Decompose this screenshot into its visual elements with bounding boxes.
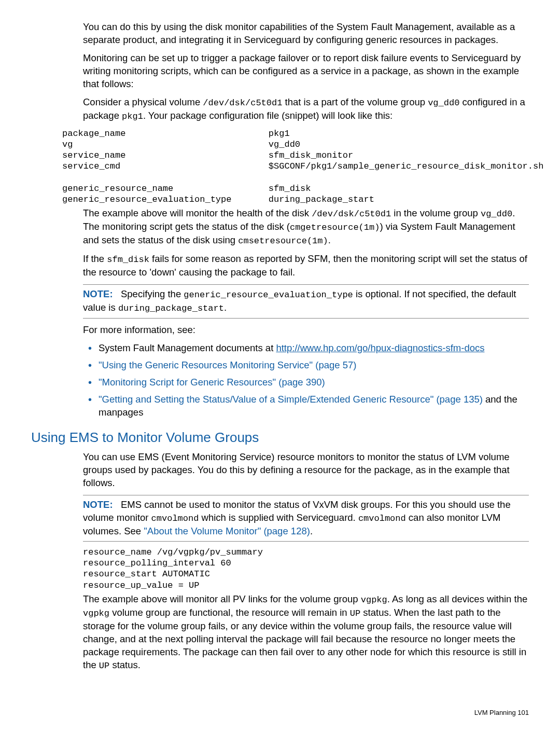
code-inline: vg_dd0 (481, 209, 512, 219)
paragraph: You can use EMS (Event Monitoring Servic… (83, 451, 529, 490)
code-inline: cmvolmond (358, 514, 406, 523)
bullet-list: System Fault Management documents at htt… (83, 342, 529, 419)
code-inline: sfm_disk (107, 255, 149, 265)
code-inline: /dev/dsk/c5t0d1 (312, 209, 391, 219)
list-item: "Using the Generic Resources Monitoring … (83, 359, 529, 372)
page-footer: LVM Planning 101 (31, 708, 529, 717)
text: The example above will monitor the healt… (83, 208, 312, 218)
text: in the volume group (391, 208, 481, 218)
text: . (310, 526, 313, 536)
text: which is supplied with Serviceguard. (199, 512, 358, 523)
xref-link[interactable]: "Monitoring Script for Generic Resources… (99, 377, 325, 388)
xref-link[interactable]: "About the Volume Monitor" (page 128) (144, 526, 310, 536)
paragraph: You can do this by using the disk monito… (83, 21, 529, 47)
text: . Your package configuration file (snipp… (143, 110, 393, 121)
code-block: resource_name /vg/vgpkg/pv_summary resou… (83, 547, 529, 591)
code-inline: vgpkg (361, 595, 387, 605)
text: . As long as all devices within the (387, 593, 527, 604)
code-inline: during_package_start (118, 303, 224, 313)
code-inline: UP (350, 609, 360, 618)
xref-link[interactable]: "Using the Generic Resources Monitoring … (99, 360, 356, 370)
paragraph: For more information, see: (83, 324, 529, 337)
xref-link[interactable]: "Getting and Setting the Status/Value of… (99, 394, 483, 405)
paragraph: Consider a physical volume /dev/dsk/c5t0… (83, 96, 529, 123)
code-inline: vg_dd0 (428, 98, 459, 108)
text: Specifying the (121, 288, 184, 299)
text: If the (83, 253, 107, 264)
list-item: "Getting and Setting the Status/Value of… (83, 393, 529, 419)
paragraph: The example above will monitor the healt… (83, 207, 529, 247)
text: status. (109, 659, 141, 670)
text: that is a part of the volume group (282, 96, 428, 107)
code-inline: cmsetresource(1m) (238, 236, 328, 246)
text: The example above will monitor all PV li… (83, 593, 361, 604)
link-sfm-docs[interactable]: http://www.hp.com/go/hpux-diagnostics-sf… (276, 342, 484, 353)
note-box: NOTE: Specifying the generic_resource_ev… (83, 284, 529, 319)
paragraph: Monitoring can be set up to trigger a pa… (83, 52, 529, 91)
list-item: "Monitoring Script for Generic Resources… (83, 376, 529, 389)
paragraph: The example above will monitor all PV li… (83, 593, 529, 672)
code-inline: cmgetresource(1m) (290, 223, 380, 232)
code-inline: pkg1 (122, 112, 143, 121)
note-box: NOTE: EMS cannot be used to monitor the … (83, 495, 529, 542)
note-label: NOTE: (83, 499, 113, 510)
code-inline: vgpkg (83, 609, 109, 618)
list-item: System Fault Management documents at htt… (83, 342, 529, 355)
code-inline: /dev/dsk/c5t0d1 (203, 98, 282, 108)
code-inline: cmvolmond (151, 514, 199, 523)
text: volume group are functional, the resourc… (109, 607, 350, 618)
code-block: package_name pkg1 vg vg_dd0 service_name… (62, 128, 529, 205)
note-label: NOTE: (83, 288, 113, 299)
text: . (328, 234, 331, 245)
paragraph: If the sfm_disk fails for some reason as… (83, 253, 529, 279)
text: . (224, 302, 227, 313)
text: System Fault Management documents at (99, 342, 276, 353)
section-heading: Using EMS to Monitor Volume Groups (31, 429, 529, 447)
code-inline: UP (99, 661, 109, 671)
text: Consider a physical volume (83, 96, 203, 107)
code-inline: generic_resource_evaluation_type (184, 290, 353, 300)
text: fails for some reason as reported by SFM… (83, 253, 527, 278)
